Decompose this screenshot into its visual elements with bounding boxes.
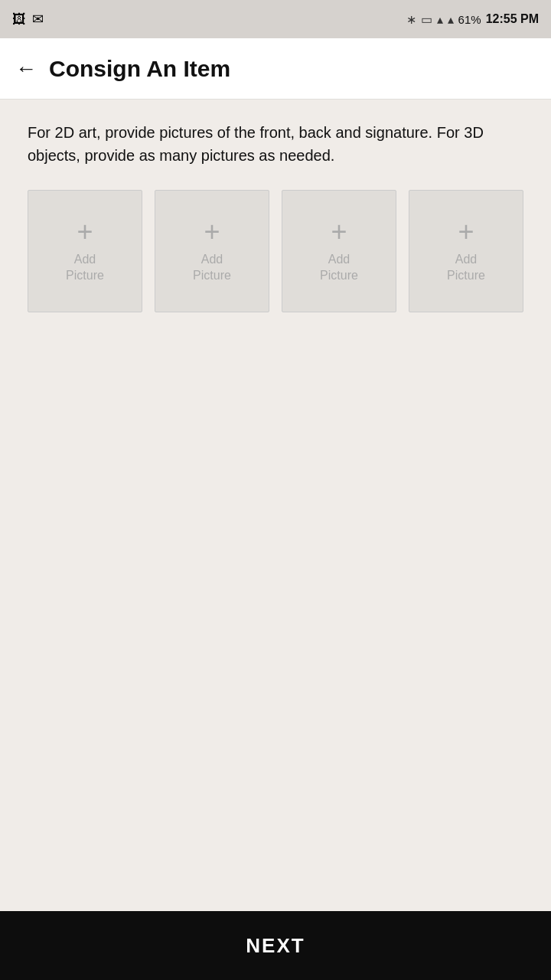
add-picture-button-4[interactable]: + AddPicture	[409, 190, 523, 312]
add-picture-button-3[interactable]: + AddPicture	[282, 190, 396, 312]
plus-icon-4: +	[458, 218, 474, 246]
add-picture-button-1[interactable]: + AddPicture	[28, 190, 142, 312]
bluetooth-icon: ∗	[406, 12, 416, 27]
plus-icon-1: +	[77, 218, 93, 246]
main-content: For 2D art, provide pictures of the fron…	[0, 100, 551, 334]
plus-icon-3: +	[331, 218, 347, 246]
instructions-text: For 2D art, provide pictures of the fron…	[28, 121, 523, 167]
status-bar-right: ∗ ▭ ▴ ▴ 61% 12:55 PM	[406, 12, 539, 27]
status-bar-left: 🖼 ✉	[12, 11, 44, 28]
status-bar: 🖼 ✉ ∗ ▭ ▴ ▴ 61% 12:55 PM	[0, 0, 551, 38]
add-picture-label-1: AddPicture	[66, 252, 104, 284]
next-button-container: NEXT	[0, 911, 551, 980]
add-picture-label-4: AddPicture	[447, 252, 485, 284]
plus-icon-2: +	[204, 218, 220, 246]
picture-grid: + AddPicture + AddPicture + AddPicture +…	[28, 190, 523, 312]
next-button[interactable]: NEXT	[0, 911, 551, 980]
image-icon: 🖼	[12, 11, 26, 28]
add-picture-button-2[interactable]: + AddPicture	[155, 190, 269, 312]
header: ← Consign An Item	[0, 38, 551, 100]
mute-icon: ▭	[421, 12, 432, 27]
message-icon: ✉	[32, 11, 44, 28]
battery-text: 61%	[458, 13, 481, 26]
page-title: Consign An Item	[49, 56, 230, 82]
add-picture-label-3: AddPicture	[320, 252, 358, 284]
status-time: 12:55 PM	[486, 12, 539, 26]
wifi-icon: ▴	[437, 12, 443, 27]
back-button[interactable]: ←	[15, 58, 37, 80]
add-picture-label-2: AddPicture	[193, 252, 231, 284]
signal-icon: ▴	[448, 12, 454, 27]
